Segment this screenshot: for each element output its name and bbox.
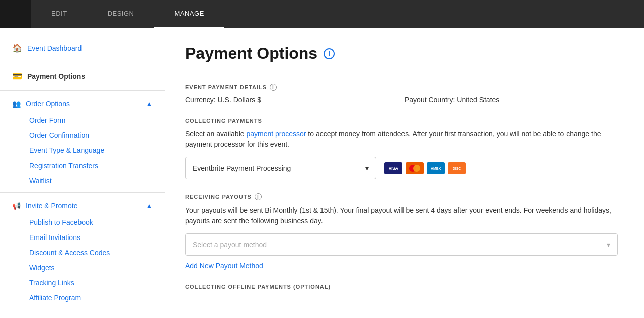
sidebar-section-order-options[interactable]: 👥 Order Options ▲ xyxy=(0,95,165,113)
sidebar-item-registration-transfers[interactable]: Registration Transfers xyxy=(0,158,165,173)
order-icon: 👥 xyxy=(12,100,21,108)
main-layout: 🏠 Event Dashboard 💳 Payment Options 👥 Or… xyxy=(0,28,644,318)
sidebar-item-event-type-language[interactable]: Event Type & Language xyxy=(0,143,165,158)
payout-method-dropdown[interactable]: Select a payout method ▾ xyxy=(185,233,618,256)
chevron-up-icon: ▲ xyxy=(146,100,152,107)
sidebar-item-publish-facebook[interactable]: Publish to Facebook xyxy=(0,215,165,230)
sidebar-item-waitlist[interactable]: Waitlist xyxy=(0,173,165,188)
home-icon: 🏠 xyxy=(12,43,22,53)
tab-manage[interactable]: MANAGE xyxy=(154,0,224,28)
order-options-sub-items: Order Form Order Confirmation Event Type… xyxy=(0,113,165,188)
payout-country-label: Payout Country: United States xyxy=(405,96,624,104)
dropdown-chevron-icon: ▾ xyxy=(365,164,369,172)
sidebar-item-tracking-links[interactable]: Tracking Links xyxy=(0,275,165,290)
invite-promote-label: Invite & Promote xyxy=(26,202,78,210)
svg-point-1 xyxy=(413,165,420,172)
chevron-down-icon: ▲ xyxy=(146,202,152,209)
amex-icon: AMEX xyxy=(427,162,445,174)
collecting-payments-title: COLLECTING PAYMENTS xyxy=(185,118,624,124)
event-payment-info-icon[interactable]: i xyxy=(270,84,277,91)
top-navigation: EDIT DESIGN MANAGE xyxy=(0,0,644,28)
card-icon-sidebar: 💳 xyxy=(12,71,22,81)
sidebar-item-event-dashboard[interactable]: 🏠 Event Dashboard xyxy=(0,38,165,58)
add-payout-method-link[interactable]: Add New Payout Method xyxy=(185,262,263,270)
sidebar-item-widgets[interactable]: Widgets xyxy=(0,260,165,275)
payment-processor-link[interactable]: payment processor xyxy=(246,130,306,138)
payout-method-placeholder: Select a payout method xyxy=(193,241,267,249)
receiving-payouts-title: RECEIVING PAYOUTS i xyxy=(185,193,624,200)
payment-processor-value: Eventbrite Payment Processing xyxy=(193,164,291,172)
tab-edit[interactable]: EDIT xyxy=(31,0,88,28)
receiving-payouts-section: RECEIVING PAYOUTS i Your payouts will be… xyxy=(185,193,624,270)
sidebar-item-order-confirmation[interactable]: Order Confirmation xyxy=(0,128,165,143)
sidebar-divider-1 xyxy=(0,62,165,62)
currency-row: Currency: U.S. Dollars $ Payout Country:… xyxy=(185,96,624,104)
discover-icon: DISC xyxy=(448,162,466,174)
sidebar-item-email-invitations[interactable]: Email Invitations xyxy=(0,230,165,245)
payment-processor-dropdown[interactable]: Eventbrite Payment Processing ▾ xyxy=(185,157,376,179)
page-title: Payment Options xyxy=(185,44,317,63)
megaphone-icon: 📢 xyxy=(12,202,21,210)
sidebar-payment-options-label: Payment Options xyxy=(27,72,85,81)
sidebar-item-order-form[interactable]: Order Form xyxy=(0,113,165,128)
page-info-icon[interactable]: i xyxy=(324,48,335,59)
invite-promote-sub-items: Publish to Facebook Email Invitations Di… xyxy=(0,215,165,305)
receiving-payouts-info-icon[interactable]: i xyxy=(255,193,262,200)
event-payment-details-title: EVENT PAYMENT DETAILS i xyxy=(185,84,624,91)
collecting-offline-section: COLLECTING OFFLINE PAYMENTS (OPTIONAL) xyxy=(185,284,624,290)
collecting-offline-title: COLLECTING OFFLINE PAYMENTS (OPTIONAL) xyxy=(185,284,624,290)
payout-dropdown-chevron-icon: ▾ xyxy=(607,241,610,249)
visa-icon: VISA xyxy=(384,162,403,174)
collecting-payments-section: COLLECTING PAYMENTS Select an available … xyxy=(185,118,624,179)
sidebar-divider-3 xyxy=(0,192,165,193)
sidebar-item-affiliate-program[interactable]: Affiliate Program xyxy=(0,290,165,305)
payment-processor-row: Eventbrite Payment Processing ▾ VISA AME… xyxy=(185,157,624,179)
sidebar: 🏠 Event Dashboard 💳 Payment Options 👥 Or… xyxy=(0,28,165,318)
receiving-payouts-description: Your payouts will be sent Bi Monthly (1s… xyxy=(185,205,624,226)
sidebar-item-payment-options[interactable]: 💳 Payment Options xyxy=(0,66,165,86)
order-options-label: Order Options xyxy=(26,100,70,108)
main-content: Payment Options i EVENT PAYMENT DETAILS … xyxy=(165,28,644,318)
sidebar-event-dashboard-label: Event Dashboard xyxy=(27,44,82,52)
sidebar-section-invite-promote[interactable]: 📢 Invite & Promote ▲ xyxy=(0,197,165,215)
sidebar-item-discount-access-codes[interactable]: Discount & Access Codes xyxy=(0,245,165,260)
page-title-row: Payment Options i xyxy=(185,44,624,71)
nav-spacer xyxy=(0,0,31,28)
tab-design[interactable]: DESIGN xyxy=(88,0,154,28)
mastercard-icon xyxy=(406,162,424,174)
event-payment-details-section: EVENT PAYMENT DETAILS i Currency: U.S. D… xyxy=(185,84,624,104)
mastercard-svg xyxy=(409,164,421,172)
collecting-payments-description: Select an available payment processor to… xyxy=(185,129,624,150)
sidebar-divider-2 xyxy=(0,90,165,91)
currency-label: Currency: U.S. Dollars $ xyxy=(185,96,405,104)
card-icons-row: VISA AMEX DISC xyxy=(384,162,466,174)
